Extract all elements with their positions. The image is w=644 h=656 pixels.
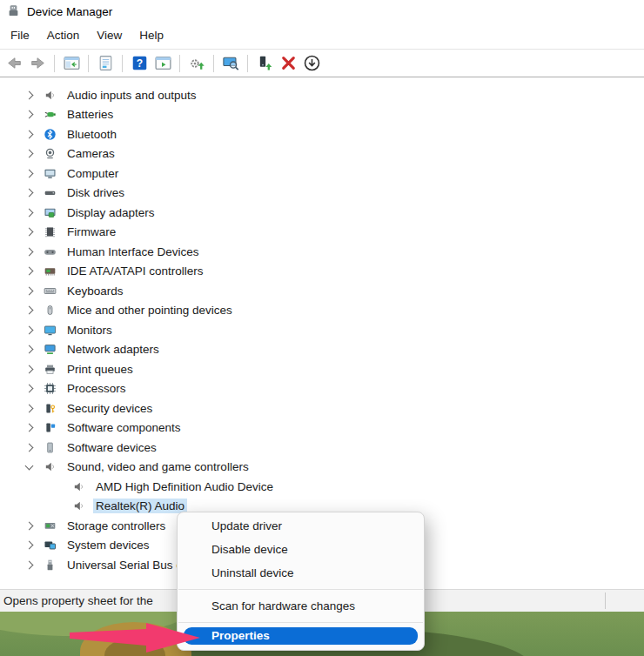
chevron-down-icon[interactable] <box>23 462 34 472</box>
system-device-icon <box>44 539 57 552</box>
chevron-right-icon[interactable] <box>23 149 34 159</box>
chevron-right-icon[interactable] <box>23 403 34 413</box>
forward-icon[interactable] <box>28 54 47 73</box>
tree-item-label: Monitors <box>67 324 112 337</box>
tree-item-label: Mice and other pointing devices <box>67 304 232 317</box>
chevron-right-icon[interactable] <box>23 364 34 374</box>
tree-item-label: System devices <box>67 539 150 552</box>
chevron-right-icon[interactable] <box>23 90 34 100</box>
properties-icon[interactable] <box>96 54 115 73</box>
monitor-icon <box>44 324 57 337</box>
chevron-right-icon[interactable] <box>23 345 34 355</box>
tree-item-computer[interactable]: Computer <box>0 164 644 184</box>
toolbar-separator <box>179 55 180 72</box>
context-menu-item-uninstall-device[interactable]: Uninstall device <box>178 561 424 585</box>
tree-item-label: Realtek(R) Audio <box>93 499 187 513</box>
menu-help[interactable]: Help <box>131 23 172 49</box>
tree-item-label: AMD High Definition Audio Device <box>96 480 273 493</box>
menu-file[interactable]: File <box>2 23 38 49</box>
device-manager-icon <box>7 4 21 18</box>
tree-item-security-devices[interactable]: Security devices <box>0 398 644 418</box>
action-pane-icon[interactable] <box>153 54 172 73</box>
console-tree-icon[interactable] <box>62 54 81 73</box>
context-menu-item-update-driver[interactable]: Update driver <box>178 514 424 538</box>
chevron-right-icon[interactable] <box>23 384 34 394</box>
update-device-icon[interactable] <box>255 54 274 73</box>
chevron-right-icon[interactable] <box>23 285 34 296</box>
menu-action[interactable]: Action <box>38 23 89 49</box>
tree-item-label: Firmware <box>67 225 116 238</box>
disk-drive-icon <box>44 186 57 199</box>
printer-icon <box>44 363 57 376</box>
tree-item-batteries[interactable]: Batteries <box>0 105 644 125</box>
context-menu: Update driverDisable deviceUninstall dev… <box>177 512 425 651</box>
tree-item-mice-and-other-pointing-devices[interactable]: Mice and other pointing devices <box>0 301 644 321</box>
toolbar-separator <box>247 55 248 72</box>
context-menu-item-scan-for-hardware-changes[interactable]: Scan for hardware changes <box>178 594 424 618</box>
tree-item-label: Processors <box>67 382 126 395</box>
tree-item-monitors[interactable]: Monitors <box>0 320 644 340</box>
tree-item-ide-ata-atapi-controllers[interactable]: IDE ATA/ATAPI controllers <box>0 262 644 282</box>
chevron-right-icon[interactable] <box>23 540 34 551</box>
tree-item-print-queues[interactable]: Print queues <box>0 359 644 379</box>
tree-item-sound-video-and-game-controllers[interactable]: Sound, video and game controllers <box>0 458 644 478</box>
title-bar: Device Manager <box>0 0 644 23</box>
tree-item-label: Computer <box>67 167 118 180</box>
tree-item-label: Storage controllers <box>67 519 165 532</box>
tree-item-disk-drives[interactable]: Disk drives <box>0 184 644 204</box>
tree-item-label: Network adapters <box>67 343 159 356</box>
tree-item-audio-inputs-and-outputs[interactable]: Audio inputs and outputs <box>0 85 644 105</box>
chevron-right-icon[interactable] <box>23 110 34 120</box>
controller-card-icon <box>44 264 57 278</box>
chevron-right-icon[interactable] <box>23 188 34 198</box>
battery-icon <box>44 108 57 121</box>
tree-item-label: Batteries <box>67 108 113 121</box>
context-menu-separator <box>178 589 423 590</box>
chevron-right-icon[interactable] <box>23 520 34 531</box>
context-menu-item-disable-device[interactable]: Disable device <box>178 538 424 561</box>
chevron-right-icon[interactable] <box>23 227 34 238</box>
tree-item-firmware[interactable]: Firmware <box>0 223 644 243</box>
scan-hardware-icon[interactable] <box>221 54 240 73</box>
uninstall-device-icon[interactable] <box>278 54 298 73</box>
chevron-right-icon[interactable] <box>23 168 34 178</box>
tree-item-bluetooth[interactable]: Bluetooth <box>0 124 644 144</box>
update-driver-icon[interactable] <box>187 54 206 73</box>
keyboard-icon <box>44 284 57 298</box>
tree-item-human-interface-devices[interactable]: Human Interface Devices <box>0 242 644 262</box>
tree-item-network-adapters[interactable]: Network adapters <box>0 340 644 360</box>
disable-device-icon[interactable] <box>302 54 321 73</box>
help-icon[interactable]: ? <box>130 54 149 73</box>
device-manager-window: { "window": { "title": "Device Manager",… <box>0 0 644 656</box>
tree-item-amd-high-definition-audio-device[interactable]: AMD High Definition Audio Device <box>0 477 644 497</box>
security-key-icon <box>44 402 57 415</box>
speaker-icon <box>44 460 57 473</box>
storage-controller-icon <box>44 519 57 532</box>
annotation-arrow <box>70 622 200 653</box>
chevron-right-icon[interactable] <box>23 423 34 433</box>
tree-item-software-devices[interactable]: Software devices <box>0 438 644 458</box>
chevron-right-icon[interactable] <box>23 266 34 277</box>
chevron-right-icon[interactable] <box>23 207 34 218</box>
speaker-icon <box>72 480 85 493</box>
chevron-right-icon[interactable] <box>23 559 34 570</box>
software-device-icon <box>44 441 57 454</box>
chevron-right-icon[interactable] <box>23 442 34 452</box>
tree-item-keyboards[interactable]: Keyboards <box>0 281 644 301</box>
menu-view[interactable]: View <box>88 23 131 49</box>
menu-bar: FileActionViewHelp <box>0 23 644 49</box>
chevron-right-icon[interactable] <box>23 129 34 139</box>
display-adapter-icon <box>44 206 57 219</box>
tree-item-cameras[interactable]: Cameras <box>0 144 644 164</box>
speaker-icon <box>72 499 85 512</box>
context-menu-item-properties[interactable]: Properties <box>184 627 418 645</box>
chevron-right-icon[interactable] <box>23 305 34 316</box>
tree-item-processors[interactable]: Processors <box>0 379 644 399</box>
chevron-right-icon[interactable] <box>23 325 34 335</box>
toolbar-separator <box>213 55 214 72</box>
back-icon[interactable] <box>4 54 23 73</box>
tree-item-display-adapters[interactable]: Display adapters <box>0 203 644 223</box>
chevron-right-icon[interactable] <box>23 246 34 257</box>
tree-item-software-components[interactable]: Software components <box>0 418 644 438</box>
toolbar: ? <box>0 49 644 77</box>
